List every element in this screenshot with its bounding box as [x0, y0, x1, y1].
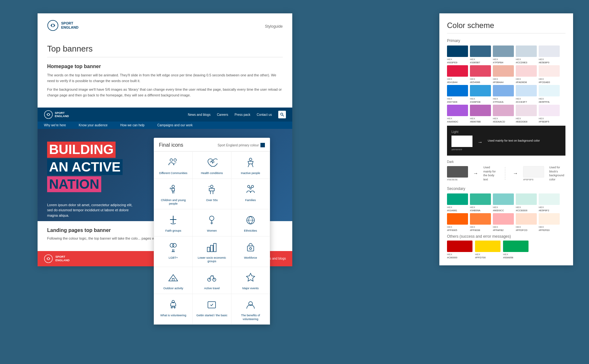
icon-cell[interactable]: Inactive people — [231, 152, 270, 178]
icon-svg — [167, 214, 180, 227]
dark-swatch-right: #F6F6F6 — [523, 166, 544, 181]
hero-title-building: BUILDING — [47, 142, 116, 158]
icon-cell[interactable]: What is volunteering — [154, 294, 192, 324]
nav-menu-bar: Why we're here Know your audience How we… — [38, 122, 292, 129]
icons-panel: Final icons Sport England primary colour… — [154, 138, 270, 325]
icon-cell[interactable]: Health conditions — [193, 152, 231, 178]
svg-point-11 — [172, 185, 174, 188]
icon-cell[interactable]: The benefits of volunteering — [231, 294, 270, 324]
nav-logo: SPORTENGLAND — [44, 110, 69, 119]
icon-cell[interactable]: Workforce — [231, 236, 270, 267]
dark-label: Dark — [447, 160, 565, 164]
swatch-color — [516, 105, 537, 116]
swatch-color — [447, 85, 468, 96]
icon-cell[interactable]: Active travel — [193, 267, 231, 294]
swatch-color — [539, 105, 560, 116]
hero-title-active: AN ACTIVE — [47, 159, 123, 175]
icon-label: Active travel — [204, 287, 220, 290]
svg-point-7 — [47, 258, 49, 260]
nav-section: SPORTENGLAND News and blogs Careers Pres… — [38, 108, 292, 122]
primary-blue-row: HEX #003FE9 HEX #3365B7 HEX #7F5FB4 HEX … — [447, 46, 565, 64]
icon-label: Different Communities — [159, 172, 188, 175]
icon-svg — [205, 214, 218, 227]
icon-cell[interactable]: Families — [231, 179, 270, 209]
dark-swatches-row: #5E5E5E → Used mainly for the body text … — [447, 165, 565, 181]
hero-subtitle: Lorem ipsum dolor sit amet, consectetur … — [47, 202, 136, 218]
swatch-color — [493, 213, 514, 225]
search-icon — [280, 112, 284, 117]
icon-label: Workforce — [244, 256, 257, 260]
icons-grid: Different CommunitiesHealth conditionsIn… — [154, 151, 270, 325]
sport-england-logo-icon — [47, 20, 59, 31]
dark-swatch-color — [447, 166, 468, 178]
icon-label: LGBT+ — [169, 256, 178, 260]
icon-cell[interactable]: Different Communities — [154, 152, 192, 178]
search-button[interactable] — [278, 111, 286, 118]
style-guide-header: SPORT ENGLAND Styloguide — [38, 13, 292, 34]
icon-label: Women — [207, 229, 217, 233]
other-swatch-color — [475, 241, 500, 252]
nav-logo-icon — [44, 110, 53, 119]
icon-cell[interactable]: LGBT+ — [154, 236, 192, 267]
section-title: Top banners — [47, 44, 283, 57]
icon-label: Major events — [242, 287, 259, 290]
swatch-color — [470, 105, 491, 116]
icon-cell[interactable]: Women — [193, 209, 231, 236]
swatch-color — [539, 85, 560, 96]
dark-arrow: → — [473, 171, 478, 176]
secondary-orange-row: HEX #FF6005 HEX #FF8038 HEX #FFAFB2 HEX … — [447, 213, 565, 232]
nav-careers[interactable]: Careers — [217, 113, 228, 116]
icon-cell[interactable]: Faith groups — [154, 209, 192, 236]
svg-rect-24 — [247, 246, 254, 251]
nav-press-pack[interactable]: Press pack — [235, 113, 250, 116]
icon-cell[interactable]: Gettin started / the basic — [193, 294, 231, 324]
svg-rect-21 — [207, 247, 210, 252]
icon-cell[interactable]: Outdoor activity — [154, 267, 192, 294]
light-section: Light #FFFFFF → Used mainly for text on … — [447, 126, 565, 156]
logo: SPORT ENGLAND — [47, 20, 78, 31]
icon-svg — [244, 156, 257, 169]
svg-rect-29 — [208, 302, 216, 308]
swatch-336587: HEX #3365B7 — [470, 46, 491, 64]
svg-rect-23 — [214, 243, 216, 252]
swatch-ccd9e3: HEX #CCD9E3 — [516, 46, 537, 64]
swatch-003f69: HEX #003FE9 — [447, 46, 468, 64]
icon-svg — [167, 271, 180, 284]
other-swatch-red: HEX #C80000 — [447, 241, 472, 259]
color-panel-title: Color scheme — [447, 21, 565, 33]
dark-hex: #5E5E5E — [447, 178, 468, 181]
icon-cell[interactable]: Children and young people — [154, 179, 192, 209]
others-label: Others (success and error messages) — [447, 234, 565, 239]
icons-panel-label: Sport England primary colour — [217, 143, 265, 147]
svg-point-8 — [170, 159, 173, 161]
icon-label: Health conditions — [201, 172, 223, 175]
icon-label: Inactive people — [241, 172, 260, 175]
svg-point-1 — [52, 24, 54, 26]
icon-svg — [244, 298, 257, 311]
icon-svg — [205, 241, 218, 254]
icon-label: Children and young people — [157, 199, 190, 206]
menu-campaigns[interactable]: Campaigns and our work — [157, 123, 193, 127]
icon-cell[interactable]: Lower socio economic groups — [193, 236, 231, 267]
light-swatch-color — [523, 166, 544, 178]
swatch-color — [470, 65, 491, 77]
nav-contact[interactable]: Contact us — [257, 113, 272, 116]
swatch-color — [539, 193, 560, 205]
menu-how-we-help[interactable]: How we can help — [120, 123, 145, 127]
icon-svg — [205, 298, 218, 311]
menu-know-audience[interactable]: Know your audience — [79, 123, 108, 127]
menu-why-were-here[interactable]: Why we're here — [44, 123, 66, 127]
icon-cell[interactable]: Major events — [231, 267, 270, 294]
icon-cell[interactable]: Over 55s — [193, 179, 231, 209]
icon-cell[interactable]: Ethnicities — [231, 209, 270, 236]
svg-rect-22 — [210, 245, 213, 252]
icon-svg — [244, 183, 257, 196]
color-panel: Color scheme Primary HEX #003FE9 HEX #33… — [439, 13, 573, 265]
swatch-color — [539, 65, 560, 77]
nav-news-blogs[interactable]: News and blogs — [188, 113, 210, 116]
swatch-color — [470, 46, 491, 57]
icon-svg — [205, 183, 218, 196]
icon-label: What is volunteering — [160, 314, 186, 318]
swatch-color — [493, 85, 514, 96]
other-swatch-color — [447, 241, 472, 252]
